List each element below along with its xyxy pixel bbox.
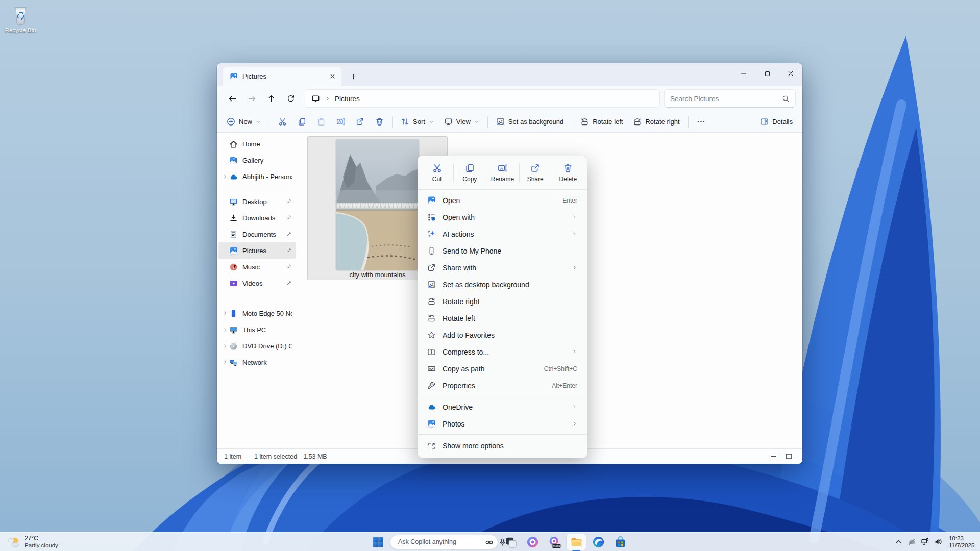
details-pane-icon <box>760 117 769 126</box>
set-as-background-button[interactable]: Set as background <box>492 113 568 130</box>
close-window-button[interactable] <box>779 63 802 84</box>
recycle-bin-desktop-icon[interactable]: Recycle Bin <box>4 4 37 33</box>
sidebar-item-videos[interactable]: Videos <box>218 275 296 291</box>
quick-delete-button[interactable]: Delete <box>552 159 584 187</box>
menu-item-copy-as-path[interactable]: Copy as path Ctrl+Shift+C <box>420 360 585 377</box>
sidebar-item-this-pc[interactable]: This PC <box>218 321 296 338</box>
file-explorer-button[interactable] <box>567 534 586 550</box>
weather-widget[interactable]: 27°C Partly cloudy <box>2 533 63 551</box>
rotate-right-button[interactable]: Rotate right <box>628 113 684 130</box>
menu-item-add-to-favorites[interactable]: Add to Favorites <box>420 327 585 343</box>
ethernet-network-icon[interactable] <box>921 538 929 546</box>
edge-button[interactable] <box>589 534 608 550</box>
onedrive-cloud-icon <box>427 403 436 411</box>
forward-button[interactable] <box>243 90 261 107</box>
refresh-button[interactable] <box>282 90 300 107</box>
quick-copy-button[interactable]: Copy <box>453 159 486 187</box>
sidebar-item-onedrive-personal[interactable]: Abhijith - Personal <box>218 168 296 185</box>
rotate-right-icon <box>427 297 436 306</box>
chevron-right-icon <box>572 404 577 410</box>
rotate-left-button[interactable]: Rotate left <box>576 113 627 130</box>
quick-share-button[interactable]: Share <box>519 159 552 187</box>
minimize-button[interactable] <box>732 63 755 84</box>
sidebar-item-desktop[interactable]: Desktop <box>218 193 296 210</box>
new-button[interactable]: New <box>222 113 265 130</box>
sidebar-item-gallery[interactable]: Gallery <box>218 152 296 168</box>
search-box[interactable] <box>664 89 796 108</box>
this-pc-icon <box>229 325 238 334</box>
toolbar-separator <box>688 116 689 128</box>
copy-button[interactable] <box>292 113 311 130</box>
menu-item-show-more-options[interactable]: Show more options <box>420 437 585 455</box>
details-button[interactable]: Details <box>755 113 797 130</box>
menu-item-label: Share with <box>443 264 476 272</box>
menu-item-set-as-desktop-background[interactable]: Set as desktop background <box>420 276 585 293</box>
menu-item-properties[interactable]: Properties Alt+Enter <box>420 377 585 394</box>
menu-item-ai-actions[interactable]: AI actions <box>420 226 585 242</box>
up-button[interactable] <box>262 90 280 107</box>
rotate-right-label: Rotate right <box>645 118 679 126</box>
list-view-button[interactable] <box>767 451 780 462</box>
cut-icon <box>278 117 287 126</box>
item-count: 1 item <box>224 453 241 460</box>
task-view-button[interactable] <box>501 534 520 550</box>
paste-button[interactable] <box>312 113 330 130</box>
onedrive-paused-icon[interactable] <box>908 538 916 546</box>
menu-item-share-with[interactable]: Share with <box>420 259 585 276</box>
sidebar-item-downloads[interactable]: Downloads <box>218 210 296 226</box>
sidebar-item-moto-edge-50-neo[interactable]: Moto Edge 50 Neo <box>218 305 296 321</box>
search-input[interactable] <box>670 95 778 103</box>
share-button[interactable] <box>351 113 369 130</box>
cut-button[interactable] <box>273 113 291 130</box>
menu-item-rotate-right[interactable]: Rotate right <box>420 293 585 310</box>
sidebar-item-home[interactable]: Home <box>218 136 296 152</box>
sidebar-item-network[interactable]: Network <box>218 354 296 370</box>
sidebar-item-music[interactable]: Music <box>218 259 296 275</box>
menu-item-open-with[interactable]: Open with <box>420 209 585 226</box>
copilot-button[interactable] <box>523 534 542 550</box>
microsoft-store-button[interactable] <box>610 534 630 550</box>
tab-close-button[interactable] <box>327 71 337 82</box>
menu-item-open[interactable]: Open Enter <box>420 192 585 209</box>
maximize-button[interactable] <box>755 63 779 84</box>
thumbnail-view-button[interactable] <box>782 451 795 462</box>
taskbar-clock[interactable]: 10:23 11/7/2025 <box>949 535 974 549</box>
back-button[interactable] <box>224 90 241 107</box>
sort-button[interactable]: Sort <box>396 113 438 130</box>
sidebar-item-pictures[interactable]: Pictures <box>218 242 296 259</box>
copilot-search-input[interactable] <box>398 538 480 545</box>
file-explorer-icon <box>570 536 583 548</box>
menu-item-onedrive[interactable]: OneDrive <box>420 398 585 415</box>
quick-rename-button[interactable]: Rename <box>486 159 519 187</box>
delete-button[interactable] <box>370 113 388 130</box>
wrench-icon <box>427 381 436 390</box>
new-tab-button[interactable] <box>348 71 359 82</box>
breadcrumb-location[interactable]: Pictures <box>335 95 360 103</box>
quick-action-label: Share <box>527 176 544 183</box>
close-icon <box>329 73 336 80</box>
menu-item-label: OneDrive <box>443 403 473 411</box>
more-options-button[interactable] <box>692 113 710 130</box>
tray-chevron-up-icon[interactable] <box>894 538 902 546</box>
rename-button[interactable] <box>331 113 350 130</box>
menu-item-photos[interactable]: Photos <box>420 415 585 432</box>
sidebar-item-documents[interactable]: Documents <box>218 226 296 242</box>
clock-time: 10:23 <box>949 535 974 542</box>
menu-item-send-to-my-phone[interactable]: Send to My Phone <box>420 242 585 259</box>
copilot-search-box[interactable] <box>390 535 498 549</box>
thumbnail-view-icon <box>785 453 793 460</box>
taskbar: 27°C Partly cloudy 10:23 11/7/2025 <box>0 532 980 551</box>
ellipsis-icon <box>697 117 705 126</box>
menu-item-compress-to[interactable]: Compress to... <box>420 343 585 360</box>
sort-label: Sort <box>413 118 425 126</box>
menu-item-rotate-left[interactable]: Rotate left <box>420 310 585 327</box>
m365-copilot-button[interactable] <box>545 534 564 550</box>
tab-pictures[interactable]: Pictures <box>223 67 341 86</box>
context-menu: Cut Copy Rename Share Delete Open Enter … <box>418 156 587 458</box>
sidebar-item-dvd-drive[interactable]: DVD Drive (D:) CCC <box>218 338 296 354</box>
quick-cut-button[interactable]: Cut <box>421 159 453 187</box>
breadcrumb[interactable]: Pictures <box>305 89 660 108</box>
volume-icon[interactable] <box>934 538 942 546</box>
view-button[interactable]: View <box>439 113 484 130</box>
start-button[interactable] <box>368 534 387 550</box>
